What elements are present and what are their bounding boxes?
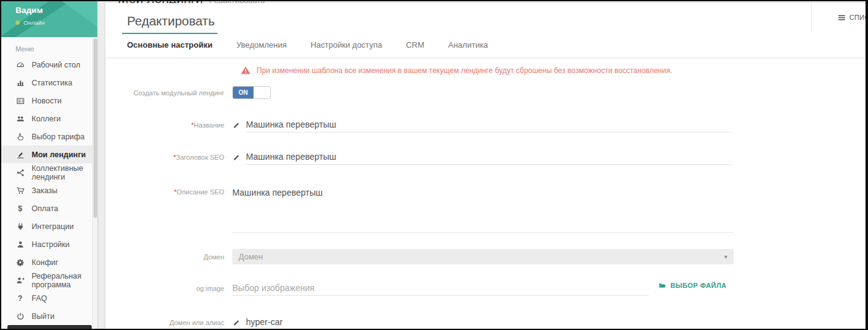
- seo-title-row: *Заголовок SEO: [127, 150, 868, 165]
- seo-description-row: *Описание SEO Машинка перевертыш: [127, 187, 868, 233]
- tab-crm[interactable]: CRM: [401, 33, 429, 58]
- sidebar-item-label: Рабочий стол: [32, 61, 80, 69]
- user-plus-icon: [15, 276, 25, 285]
- list-view-button[interactable]: СПИСОК: [811, 3, 868, 32]
- name-input[interactable]: [246, 118, 732, 132]
- sidebar-item-label: Оплата: [32, 204, 58, 213]
- edit-card: Редактировать СПИСОК Основные настройки …: [105, 3, 868, 330]
- cart-icon: [15, 186, 25, 195]
- online-dot-icon: [15, 20, 20, 25]
- toggle-on-label: ON: [233, 87, 253, 98]
- sidebar-scrollbar-thumb[interactable]: [94, 38, 97, 218]
- plug-icon: [15, 222, 25, 231]
- domain-row: Домен Домен ▾: [127, 249, 868, 264]
- hand-pointer-icon: [15, 132, 25, 141]
- sidebar: Вадим Онлайн Меню Рабочий стол Статистик…: [0, 0, 97, 330]
- tab-analytics[interactable]: Аналитика: [443, 33, 493, 58]
- pencil-document-icon: [15, 150, 25, 159]
- alias-input[interactable]: [246, 315, 732, 330]
- profile-header: Вадим Онлайн: [0, 0, 97, 37]
- choose-file-button[interactable]: ВЫБОР ФАЙЛА: [658, 282, 727, 289]
- sidebar-item-label: Реферальная программа: [32, 272, 97, 289]
- name-label: *Название: [127, 121, 232, 129]
- sidebar-item-label: Мои лендинги: [32, 150, 86, 159]
- sidebar-item-my-landings[interactable]: Мои лендинги: [0, 145, 97, 163]
- seo-title-label: *Заголовок SEO: [127, 154, 232, 161]
- sidebar-item-label: Выйти: [32, 312, 55, 321]
- main-area: Мои лендингиРедактировать Редактировать …: [97, 0, 868, 330]
- news-icon: [15, 97, 25, 105]
- sidebar-item-referral[interactable]: Реферальная программа: [0, 271, 97, 289]
- edit-pencil-icon: [232, 121, 240, 129]
- list-icon: [838, 14, 846, 22]
- sidebar-item-dashboard[interactable]: Рабочий стол: [0, 56, 97, 74]
- users-icon: [15, 115, 25, 123]
- sidebar-item-logout[interactable]: Выйти: [0, 307, 97, 325]
- domain-select[interactable]: Домен ▾: [232, 249, 734, 264]
- sidebar-item-config[interactable]: Конфиг: [0, 253, 97, 271]
- warning-text: При изменении шаблона все изменения в ва…: [256, 66, 672, 75]
- og-image-label: og:image: [127, 285, 232, 292]
- seo-description-textarea[interactable]: Машинка перевертыш: [232, 187, 734, 233]
- tab-access-settings[interactable]: Настройки доступа: [305, 33, 387, 58]
- sidebar-item-label: FAQ: [32, 294, 47, 303]
- seo-description-label: *Описание SEO: [127, 187, 232, 196]
- sidebar-item-label: Заказы: [32, 186, 58, 195]
- domain-select-value: Домен: [239, 252, 263, 261]
- sidebar-item-label: Коллективные лендинги: [32, 164, 97, 181]
- menu-section-label: Меню: [0, 37, 97, 56]
- card-title: Редактировать: [105, 3, 868, 28]
- og-image-row: og:image ВЫБОР ФАЙЛА: [127, 281, 868, 296]
- og-image-input[interactable]: [232, 281, 649, 296]
- list-view-button-label: СПИСОК: [849, 14, 868, 21]
- dollar-icon: $: [15, 204, 25, 213]
- name-row: *Название: [127, 118, 868, 132]
- module-landing-toggle[interactable]: ON: [232, 86, 271, 99]
- sidebar-item-label: Выбор тарифа: [32, 132, 85, 141]
- seo-title-input[interactable]: [246, 150, 732, 165]
- sidebar-item-faq[interactable]: ? FAQ: [0, 289, 97, 307]
- folder-icon: [658, 282, 667, 289]
- toggle-handle[interactable]: [253, 87, 270, 98]
- sidebar-item-settings[interactable]: Настройки: [0, 235, 97, 253]
- template-warning: При изменении шаблона все изменения в ва…: [240, 66, 868, 75]
- user-status: Онлайн: [15, 19, 45, 26]
- sidebar-item-tariff[interactable]: Выбор тарифа: [0, 128, 97, 145]
- module-landing-label: Создать модульный лендинг: [127, 89, 232, 97]
- sidebar-item-label: Новости: [32, 97, 61, 105]
- domain-label: Домен: [127, 253, 232, 261]
- share-icon: [15, 168, 25, 177]
- question-icon: ?: [15, 294, 25, 303]
- user-name: Вадим: [15, 6, 43, 15]
- tab-main-settings[interactable]: Основные настройки: [122, 33, 217, 58]
- sidebar-item-label: Статистика: [32, 79, 72, 87]
- module-landing-row: Создать модульный лендинг ON: [127, 86, 868, 99]
- sidebar-bottom-banner: [7, 325, 92, 330]
- sidebar-item-statistics[interactable]: Статистика: [0, 74, 97, 92]
- tab-notifications[interactable]: Уведомления: [231, 33, 291, 58]
- alias-row: Домен или алиас: [127, 315, 868, 330]
- power-icon: [15, 312, 25, 321]
- sidebar-item-label: Коллеги: [32, 115, 61, 123]
- sidebar-item-orders[interactable]: Заказы: [0, 181, 97, 199]
- sidebar-item-collective-landings[interactable]: Коллективные лендинги: [0, 163, 97, 181]
- sidebar-item-payment[interactable]: $ Оплата: [0, 199, 97, 217]
- sidebar-item-label: Настройки: [32, 240, 69, 249]
- dashboard-icon: [15, 61, 25, 69]
- sidebar-item-news[interactable]: Новости: [0, 92, 97, 110]
- edit-pencil-icon: [232, 319, 240, 327]
- sidebar-item-colleagues[interactable]: Коллеги: [0, 110, 97, 128]
- user-icon: [15, 240, 25, 249]
- sidebar-item-integrations[interactable]: Интеграции: [0, 217, 97, 235]
- alias-label: Домен или алиас: [127, 319, 232, 326]
- sidebar-item-label: Интеграции: [32, 222, 74, 231]
- user-status-label: Онлайн: [24, 19, 45, 26]
- edit-pencil-icon: [232, 154, 240, 162]
- sidebar-scrollbar[interactable]: [92, 37, 97, 330]
- warning-triangle-icon: [240, 66, 251, 75]
- choose-file-button-label: ВЫБОР ФАЙЛА: [670, 282, 727, 289]
- sidebar-item-label: Конфиг: [32, 258, 58, 267]
- gear-icon: [15, 258, 25, 267]
- chevron-down-icon: ▾: [724, 253, 727, 260]
- tab-bar: Основные настройки Уведомления Настройки…: [105, 33, 868, 58]
